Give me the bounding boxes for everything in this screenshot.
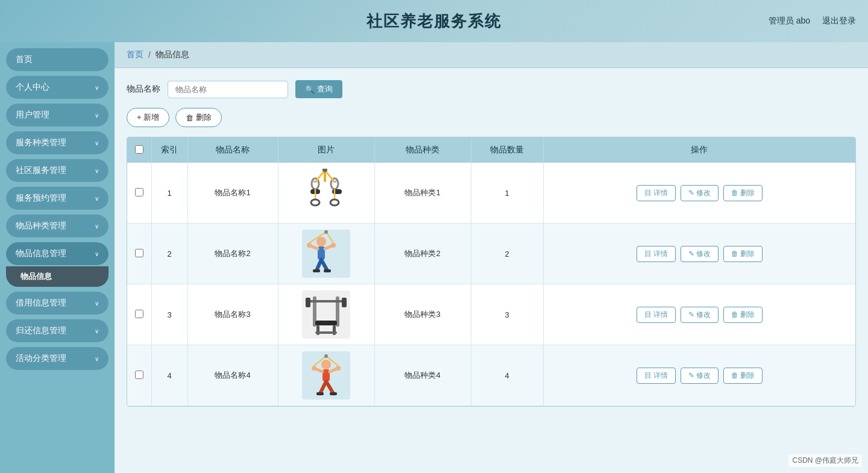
delete-icon: 🗑 — [731, 189, 738, 197]
chevron-down-icon: ∨ — [95, 223, 99, 230]
row-checkbox[interactable] — [135, 310, 143, 318]
col-category: 物品种类 — [374, 137, 471, 163]
row-checkbox[interactable] — [135, 249, 143, 257]
edit-button[interactable]: ✎ 修改 — [681, 246, 719, 262]
edit-label: 修改 — [696, 188, 711, 198]
sidebar-item-types-header[interactable]: 物品种类管理 ∨ — [6, 215, 108, 237]
table-row: 3 物品名称3 — [127, 284, 855, 345]
sidebar-community-service-label: 社区服务管理 — [16, 165, 66, 176]
svg-point-24 — [324, 230, 328, 234]
sidebar-return-info-header[interactable]: 归还信息管理 ∨ — [6, 319, 108, 342]
delete-icon: 🗑 — [731, 310, 738, 319]
sidebar-appointment-label: 服务预约管理 — [16, 193, 66, 204]
cell-quantity: 1 — [471, 163, 543, 224]
search-label: 物品名称 — [127, 84, 160, 95]
search-input[interactable] — [168, 81, 288, 98]
svg-point-14 — [330, 199, 339, 205]
delete-label: 删除 — [740, 371, 755, 381]
username-label: 管理员 abo — [769, 16, 810, 27]
chevron-down-icon: ∨ — [95, 328, 99, 334]
cell-name: 物品名称4 — [187, 345, 278, 406]
search-bar: 物品名称 🔍 查询 — [127, 80, 856, 98]
edit-button[interactable]: ✎ 修改 — [681, 185, 719, 201]
chevron-down-icon: ∨ — [95, 251, 99, 257]
sidebar-item-home[interactable]: 首页 — [6, 48, 108, 71]
edit-button[interactable]: ✎ 修改 — [681, 368, 719, 384]
sidebar-item-list-link[interactable]: 物品信息 — [6, 266, 108, 287]
delete-icon: 🗑 — [731, 249, 738, 258]
sidebar-item-profile[interactable]: 个人中心 ∨ — [6, 76, 108, 99]
cell-image — [278, 224, 374, 284]
row-checkbox[interactable] — [135, 371, 143, 379]
detail-button[interactable]: 目 详情 — [637, 185, 676, 201]
item-image-3 — [302, 290, 350, 339]
content-area: 物品名称 🔍 查询 + 新增 🗑 删除 — [115, 68, 868, 419]
sidebar-borrow-info-header[interactable]: 借用信息管理 ∨ — [6, 292, 108, 315]
sidebar-item-appointment[interactable]: 服务预约管理 ∨ — [6, 187, 108, 210]
sidebar-item-borrow-info[interactable]: 借用信息管理 ∨ — [6, 292, 108, 315]
chevron-down-icon: ∨ — [95, 195, 99, 202]
edit-button[interactable]: ✎ 修改 — [681, 307, 719, 323]
delete-button[interactable]: 🗑 删除 — [723, 368, 763, 384]
detail-button[interactable]: 目 详情 — [637, 246, 676, 262]
cell-checkbox — [127, 224, 151, 284]
app-title: 社区养老服务系统 — [366, 11, 502, 32]
sidebar-item-item-info[interactable]: 物品信息管理 ∨ 物品信息 — [6, 242, 108, 287]
select-all-checkbox[interactable] — [135, 145, 143, 154]
delete-button[interactable]: 🗑 删除 — [723, 246, 763, 262]
detail-button[interactable]: 目 详情 — [637, 368, 676, 384]
sidebar-item-types-label: 物品种类管理 — [16, 221, 66, 231]
cell-checkbox — [127, 284, 151, 345]
detail-icon: 目 — [644, 249, 652, 259]
items-table: 索引 物品名称 图片 物品种类 物品数量 操作 — [127, 137, 855, 406]
table-row: 4 物品名称4 — [127, 345, 855, 406]
sidebar-community-service-header[interactable]: 社区服务管理 ∨ — [6, 159, 108, 182]
delete-button[interactable]: 🗑 删除 — [723, 307, 763, 323]
sidebar-item-service-types[interactable]: 服务种类管理 ∨ — [6, 131, 108, 154]
sidebar-profile-header[interactable]: 个人中心 ∨ — [6, 76, 108, 99]
cell-checkbox — [127, 345, 151, 406]
batch-delete-button[interactable]: 🗑 删除 — [175, 108, 222, 127]
row-checkbox[interactable] — [135, 188, 143, 196]
sidebar-item-users[interactable]: 用户管理 ∨ — [6, 104, 108, 127]
col-name: 物品名称 — [187, 137, 278, 163]
sidebar-service-types-label: 服务种类管理 — [16, 137, 66, 148]
sidebar-item-item-types[interactable]: 物品种类管理 ∨ — [6, 215, 108, 237]
cell-index: 3 — [151, 284, 187, 345]
sidebar-item-return-info[interactable]: 归还信息管理 ∨ — [6, 319, 108, 342]
cell-image — [278, 163, 374, 224]
sidebar-item-info-header[interactable]: 物品信息管理 ∨ — [6, 242, 108, 265]
chevron-down-icon: ∨ — [95, 168, 99, 174]
svg-rect-32 — [308, 300, 344, 302]
delete-button[interactable]: 🗑 删除 — [723, 185, 763, 201]
sidebar-users-header[interactable]: 用户管理 ∨ — [6, 104, 108, 127]
svg-rect-38 — [315, 331, 337, 334]
cell-index: 1 — [151, 163, 187, 224]
sidebar-appointment-header[interactable]: 服务预约管理 ∨ — [6, 187, 108, 210]
add-button[interactable]: + 新增 — [127, 108, 169, 127]
detail-label: 详情 — [653, 310, 668, 320]
cell-category: 物品种类2 — [374, 224, 471, 284]
svg-rect-51 — [316, 392, 324, 395]
col-checkbox — [127, 137, 151, 163]
svg-point-13 — [311, 199, 319, 205]
sidebar-activity-types-label: 活动分类管理 — [16, 353, 66, 364]
cell-index: 2 — [151, 224, 187, 284]
breadcrumb-home[interactable]: 首页 — [127, 49, 143, 60]
logout-button[interactable]: 退出登录 — [822, 16, 856, 27]
sidebar-activity-types-header[interactable]: 活动分类管理 ∨ — [6, 347, 108, 370]
svg-rect-34 — [342, 298, 347, 307]
sidebar-home-header[interactable]: 首页 — [6, 48, 108, 71]
search-button[interactable]: 🔍 查询 — [295, 80, 342, 98]
row-action-group: 目 详情 ✎ 修改 🗑 删除 — [550, 246, 850, 262]
sidebar-item-activity-types[interactable]: 活动分类管理 ∨ — [6, 347, 108, 370]
breadcrumb-current: 物品信息 — [156, 49, 189, 60]
detail-button[interactable]: 目 详情 — [637, 307, 676, 323]
cell-quantity: 2 — [471, 224, 543, 284]
svg-point-48 — [324, 354, 328, 358]
chevron-down-icon: ∨ — [95, 112, 99, 119]
chevron-down-icon: ∨ — [95, 140, 99, 146]
sidebar-service-types-header[interactable]: 服务种类管理 ∨ — [6, 131, 108, 154]
chevron-down-icon: ∨ — [95, 300, 99, 307]
sidebar-item-community-service[interactable]: 社区服务管理 ∨ — [6, 159, 108, 182]
